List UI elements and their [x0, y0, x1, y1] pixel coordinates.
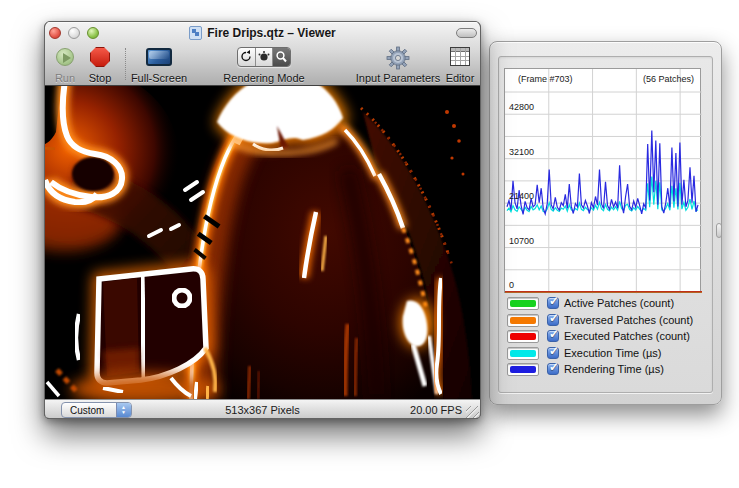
y-tick-label: 0 [509, 280, 514, 290]
input-parameters-label: Input Parameters [350, 72, 446, 84]
fullscreen-label: Full-Screen [129, 72, 189, 84]
viewer-canvas [45, 86, 480, 399]
minimize-button[interactable] [68, 27, 80, 39]
run-label: Run [47, 72, 83, 84]
close-button[interactable] [49, 27, 61, 39]
toolbar: Run Stop Full-Screen [45, 44, 480, 86]
monitor-window: (Frame #703) (56 Patches) 42800321002140… [489, 41, 722, 405]
editor-button[interactable] [450, 47, 470, 66]
legend-checkbox[interactable]: ✓ [547, 314, 559, 326]
rendering-mode-refresh-segment[interactable] [238, 48, 256, 66]
fps-indicator: 20.00 FPS [410, 404, 462, 416]
legend-label: Traversed Patches (count) [564, 314, 693, 326]
legend-row: ✓Active Patches (count) [499, 297, 712, 312]
chart-plot [505, 69, 702, 294]
legend-swatch [507, 314, 539, 327]
input-parameters-button[interactable] [386, 46, 410, 74]
fire-visualization [45, 86, 480, 399]
toolbar-separator [125, 48, 126, 80]
y-tick-label: 21400 [509, 191, 534, 201]
zoom-button[interactable] [87, 27, 99, 39]
window-header: Fire Drips.qtz – Viewer Run Stop Full-Sc… [45, 22, 480, 86]
performance-chart: (Frame #703) (56 Patches) 42800321002140… [504, 68, 701, 293]
y-tick-label: 10700 [509, 236, 534, 246]
legend-label: Rendering Time (µs) [564, 363, 664, 375]
titlebar[interactable]: Fire Drips.qtz – Viewer [45, 22, 480, 44]
legend-swatch [507, 363, 539, 376]
y-tick-label: 32100 [509, 147, 534, 157]
legend-label: Executed Patches (count) [564, 330, 690, 342]
rendering-mode-control [237, 47, 291, 67]
legend-row: ✓Executed Patches (count) [499, 330, 712, 345]
legend-row: ✓Rendering Time (µs) [499, 363, 712, 378]
editor-label: Editor [443, 72, 477, 84]
fullscreen-button[interactable] [146, 48, 172, 66]
legend-swatch [507, 330, 539, 343]
resize-grip[interactable] [466, 406, 479, 419]
stop-label: Stop [82, 72, 118, 84]
legend-row: ✓Execution Time (µs) [499, 347, 712, 362]
frame-counter: (Frame #703) [518, 74, 573, 84]
run-button[interactable] [56, 48, 74, 66]
rendering-mode-inspect-segment[interactable] [273, 48, 290, 66]
statusbar: Custom ▲▼ 513x367 Pixels 20.00 FPS [45, 399, 480, 419]
monitor-panel: (Frame #703) (56 Patches) 42800321002140… [498, 56, 713, 393]
legend-checkbox[interactable]: ✓ [547, 347, 559, 359]
legend-label: Execution Time (µs) [564, 347, 661, 359]
toolbar-toggle-button[interactable] [456, 28, 477, 38]
viewer-window: Fire Drips.qtz – Viewer Run Stop Full-Sc… [44, 21, 481, 419]
stop-button[interactable] [90, 47, 110, 67]
window-title: Fire Drips.qtz – Viewer [207, 26, 336, 40]
rendering-mode-debug-segment[interactable] [256, 48, 274, 66]
legend-checkbox[interactable]: ✓ [547, 297, 559, 309]
legend-swatch [507, 297, 539, 310]
legend-checkbox[interactable]: ✓ [547, 330, 559, 342]
y-tick-label: 42800 [509, 102, 534, 112]
legend-label: Active Patches (count) [564, 297, 674, 309]
document-icon [189, 26, 202, 40]
legend-row: ✓Traversed Patches (count) [499, 314, 712, 329]
legend-checkbox[interactable]: ✓ [547, 363, 559, 375]
resize-nub[interactable] [716, 223, 722, 238]
legend-swatch [507, 347, 539, 360]
rendering-mode-label: Rendering Mode [219, 72, 309, 84]
patch-counter: (56 Patches) [643, 74, 694, 84]
